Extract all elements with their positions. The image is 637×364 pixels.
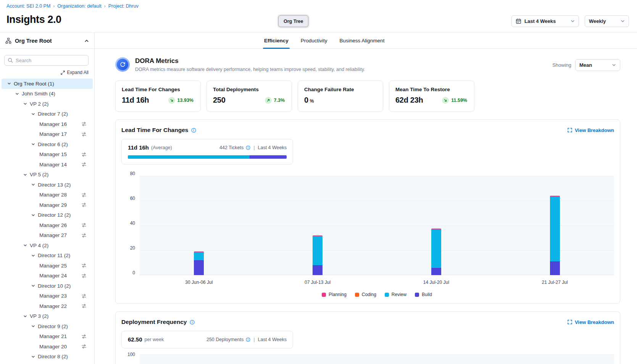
date-range-value: Last 4 Weeks xyxy=(524,18,556,24)
filter-settings-icon[interactable] xyxy=(81,152,87,157)
chevron-down-icon[interactable] xyxy=(15,92,19,96)
tree-item-director-8-2[interactable]: Director 8 (2) xyxy=(2,352,93,362)
trend-up-icon xyxy=(265,97,272,104)
tree-item-vp-3-2[interactable]: VP 3 (2) xyxy=(2,311,93,322)
deployment-chart-preview: 100 xyxy=(121,354,614,364)
showing-select[interactable]: Mean xyxy=(575,59,620,71)
chevron-down-icon[interactable] xyxy=(31,213,35,217)
info-icon[interactable] xyxy=(246,337,250,342)
bar-21-jul-27-jul[interactable] xyxy=(550,196,560,275)
bar-30-jun-06-jul[interactable] xyxy=(194,251,204,275)
granularity-value: Weekly xyxy=(589,18,606,24)
filter-settings-icon[interactable] xyxy=(81,293,87,299)
chevron-down-icon[interactable] xyxy=(31,355,35,359)
info-icon[interactable] xyxy=(190,320,195,325)
filter-settings-icon[interactable] xyxy=(81,334,87,339)
legend-item-coding[interactable]: Coding xyxy=(355,292,376,297)
expand-all-link[interactable]: Expand All xyxy=(61,70,89,75)
breadcrumb-link[interactable]: Project: Dhruv xyxy=(108,3,139,9)
lead-view-breakdown-link[interactable]: View Breakdown xyxy=(568,127,614,133)
chevron-down-icon[interactable] xyxy=(31,142,35,146)
chevron-down-icon[interactable] xyxy=(31,112,35,116)
tree-item-manager-29[interactable]: Manager 29 xyxy=(2,200,93,210)
chevron-down-icon[interactable] xyxy=(23,314,27,318)
org-tree-toggle-button[interactable]: Org Tree xyxy=(278,15,308,27)
filter-settings-icon[interactable] xyxy=(81,273,87,279)
tree-item-director-7-2[interactable]: Director 7 (2) xyxy=(2,109,93,119)
chevron-down-icon[interactable] xyxy=(23,102,27,106)
info-icon[interactable] xyxy=(246,145,250,150)
tree-item-vp-5-2[interactable]: VP 5 (2) xyxy=(2,170,93,180)
tree-item-director-6-2[interactable]: Director 6 (2) xyxy=(2,139,93,150)
tree-item-john-smith-4[interactable]: John Smith (4) xyxy=(2,89,93,99)
search-input[interactable] xyxy=(16,58,85,63)
tree-item-label: Director 13 (2) xyxy=(38,182,71,188)
chevron-down-icon[interactable] xyxy=(31,183,35,187)
tree-item-director-11-2[interactable]: Director 11 (2) xyxy=(2,251,93,261)
info-icon[interactable] xyxy=(191,128,196,133)
filter-settings-icon[interactable] xyxy=(81,192,87,198)
filter-settings-icon[interactable] xyxy=(81,202,87,208)
breadcrumb-link[interactable]: Account: SEI 2.0 PM xyxy=(6,3,50,9)
tab-efficiency[interactable]: Efficiency xyxy=(263,33,290,48)
tree-item-vp-2-2[interactable]: VP 2 (2) xyxy=(2,99,93,109)
breadcrumb: Account: SEI 2.0 PM›Organization: defaul… xyxy=(6,3,139,9)
tree-item-director-12-2[interactable]: Director 12 (2) xyxy=(2,210,93,221)
tree-item-director-9-2[interactable]: Director 9 (2) xyxy=(2,321,93,332)
tree-item-manager-24[interactable]: Manager 24 xyxy=(2,271,93,281)
tree-item-vp-4-2[interactable]: VP 4 (2) xyxy=(2,240,93,251)
gridline-40 xyxy=(140,225,614,226)
legend-item-planning[interactable]: Planning xyxy=(322,292,347,297)
chevron-down-icon[interactable] xyxy=(7,82,11,85)
search-box xyxy=(4,55,89,66)
tree-item-org-tree-root-1[interactable]: Org Tree Root (1) xyxy=(2,79,93,89)
lead-time-average-value: 11d 16h xyxy=(128,144,149,151)
tree-item-manager-23[interactable]: Manager 23 xyxy=(2,291,93,301)
tree-item-manager-22[interactable]: Manager 22 xyxy=(2,301,93,311)
bar-segment-review xyxy=(431,229,441,268)
breadcrumb-link[interactable]: Organization: default xyxy=(57,3,101,9)
tree-item-director-13-2[interactable]: Director 13 (2) xyxy=(2,180,93,190)
tree-item-manager-14[interactable]: Manager 14 xyxy=(2,159,93,170)
tree-item-manager-26[interactable]: Manager 26 xyxy=(2,220,93,230)
tree-item-manager-21[interactable]: Manager 21 xyxy=(2,332,93,342)
filter-settings-icon[interactable] xyxy=(81,162,87,167)
chevron-down-icon[interactable] xyxy=(31,284,35,288)
tree-item-manager-16[interactable]: Manager 16 xyxy=(2,119,93,129)
org-tree-sidebar: Expand All Org Tree Root (1)John Smith (… xyxy=(0,49,95,364)
tree-item-manager-15[interactable]: Manager 15 xyxy=(2,150,93,160)
chevron-down-icon[interactable] xyxy=(23,243,27,247)
chevron-down-icon[interactable] xyxy=(31,324,35,328)
deployment-view-breakdown-link[interactable]: View Breakdown xyxy=(568,319,614,325)
breadcrumb-separator-icon: › xyxy=(104,3,106,9)
chart-legend: PlanningCodingReviewBuild xyxy=(140,292,614,297)
filter-settings-icon[interactable] xyxy=(81,121,87,127)
tree-item-manager-27[interactable]: Manager 27 xyxy=(2,230,93,241)
legend-item-review[interactable]: Review xyxy=(385,292,406,297)
header-controls: Last 4 Weeks Weekly xyxy=(511,15,629,27)
granularity-select[interactable]: Weekly xyxy=(585,15,629,27)
filter-settings-icon[interactable] xyxy=(81,303,87,309)
date-range-select[interactable]: Last 4 Weeks xyxy=(511,15,579,27)
tab-productivity[interactable]: Productivity xyxy=(300,33,329,48)
tree-item-director-10-2[interactable]: Director 10 (2) xyxy=(2,281,93,291)
metric-card-change-failure-rate: Change Failure Rate0% xyxy=(298,81,383,112)
tree-item-manager-20[interactable]: Manager 20 xyxy=(2,341,93,352)
tab-business-alignment[interactable]: Business Alignment xyxy=(339,33,386,48)
legend-label: Planning xyxy=(329,292,347,297)
bar-07-jul-13-jul[interactable] xyxy=(313,235,323,275)
bar-14-jul-20-jul[interactable] xyxy=(431,229,441,275)
filter-settings-icon[interactable] xyxy=(81,222,87,228)
filter-settings-icon[interactable] xyxy=(81,233,87,238)
legend-item-build[interactable]: Build xyxy=(415,292,432,297)
chevron-down-icon[interactable] xyxy=(23,173,27,177)
filter-settings-icon[interactable] xyxy=(81,263,87,268)
chevron-down-icon[interactable] xyxy=(31,254,35,258)
trend-down-icon xyxy=(168,97,175,104)
tree-item-manager-25[interactable]: Manager 25 xyxy=(2,261,93,271)
collapse-chevron-icon[interactable] xyxy=(84,39,89,43)
tree-item-manager-17[interactable]: Manager 17 xyxy=(2,129,93,140)
filter-settings-icon[interactable] xyxy=(81,132,87,137)
filter-settings-icon[interactable] xyxy=(81,344,87,349)
tree-item-manager-28[interactable]: Manager 28 xyxy=(2,190,93,200)
